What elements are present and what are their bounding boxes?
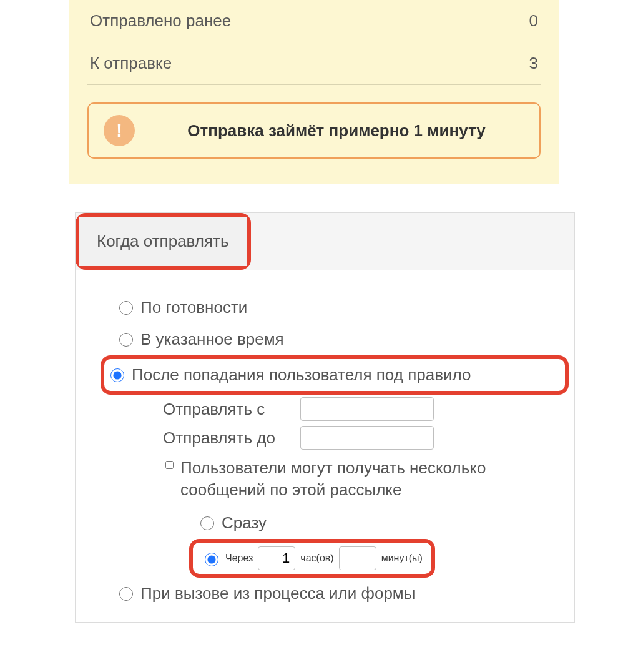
stat-value: 3 (529, 54, 538, 73)
radio-after-rule[interactable] (110, 368, 124, 382)
checkbox-allow-multiple[interactable]: Пользователи могут получать несколько со… (163, 452, 556, 503)
tab-when-to-send[interactable]: Когда отправлять (79, 217, 247, 266)
send-from-input[interactable] (300, 397, 434, 421)
delay-prefix: Через (225, 553, 253, 564)
radio-label: В указанное время (140, 330, 284, 349)
stat-row-to-send: К отправке 3 (87, 42, 541, 85)
exclamation-icon: ! (104, 115, 135, 146)
tab-bar: Когда отправлять (76, 213, 574, 270)
send-from-label: Отправлять с (163, 400, 294, 419)
radio-label: По готовности (140, 298, 247, 317)
send-to-label: Отправлять до (163, 428, 294, 448)
stat-label: К отправке (90, 54, 172, 73)
highlight-delay: Через час(ов) минут(ы) (189, 539, 435, 578)
summary-panel: Отправлено ранее 0 К отправке 3 ! Отправ… (69, 0, 559, 184)
radio-delay[interactable] (205, 553, 218, 566)
radio-label: Сразу (222, 513, 267, 533)
radio-option-ready[interactable]: По готовности (119, 292, 556, 324)
info-callout: ! Отправка займёт примерно 1 минуту (87, 102, 541, 159)
radio-ready[interactable] (119, 301, 133, 315)
radio-from-process[interactable] (119, 587, 133, 601)
tab-label: Когда отправлять (97, 232, 229, 250)
stat-value: 0 (529, 11, 538, 31)
delay-minutes-label: минут(ы) (381, 553, 423, 564)
field-send-to: Отправлять до (163, 423, 556, 452)
after-rule-subsection: Отправлять с Отправлять до Пользователи … (119, 395, 556, 578)
radio-label: При вызове из процесса или формы (140, 584, 415, 603)
radio-immediate[interactable] (200, 516, 214, 530)
radio-option-immediate[interactable]: Сразу (200, 507, 556, 539)
allow-multiple-label: Пользователи могут получать несколько со… (180, 457, 530, 501)
radio-option-from-process[interactable]: При вызове из процесса или формы (119, 578, 556, 610)
radio-list: По готовности В указанное время После по… (76, 270, 574, 622)
radio-option-at-time[interactable]: В указанное время (119, 324, 556, 355)
field-send-from: Отправлять с (163, 395, 556, 423)
when-to-send-panel: Когда отправлять По готовности В указанн… (75, 212, 575, 623)
delay-minutes-input[interactable] (339, 546, 376, 570)
highlight-after-rule: После попадания пользователя под правило (101, 355, 569, 395)
info-text: Отправка займёт примерно 1 минуту (149, 121, 524, 141)
stat-label: Отправлено ранее (90, 11, 231, 31)
delay-hours-label: час(ов) (300, 553, 333, 564)
radio-label: После попадания пользователя под правило (132, 365, 471, 385)
delay-hours-input[interactable] (258, 546, 295, 570)
radio-at-time[interactable] (119, 333, 133, 347)
stat-row-sent-before: Отправлено ранее 0 (87, 0, 541, 42)
allow-multiple-checkbox[interactable] (165, 461, 174, 469)
delay-subsection: Сразу Через час(ов) минут(ы) (163, 503, 556, 578)
radio-option-after-rule[interactable]: После попадания пользователя под правило (110, 363, 471, 387)
send-to-input[interactable] (300, 426, 434, 450)
highlight-tab: Когда отправлять (76, 213, 251, 270)
